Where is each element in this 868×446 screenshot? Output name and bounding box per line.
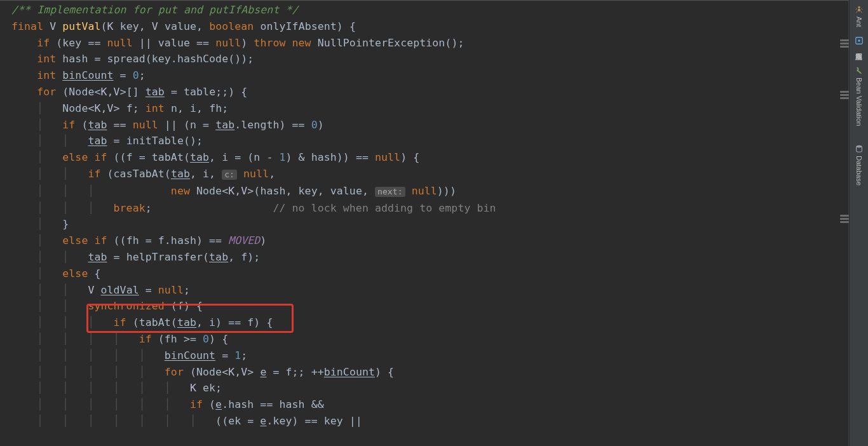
code-editor[interactable]: /** Implementation for put and putIfAbse… <box>0 0 849 446</box>
tool-window-ant[interactable]: Ant <box>853 5 865 27</box>
tool-window-database[interactable]: Database <box>853 144 865 186</box>
tool-window-bean-validation[interactable]: Bean Validation <box>853 66 865 126</box>
observer-icon <box>855 36 864 45</box>
right-tool-window-bar: Ant 应用观测器 Bean Validation Database <box>849 0 868 446</box>
tool-window-observer[interactable]: 应用观测器 <box>853 36 865 48</box>
svg-point-1 <box>857 9 860 11</box>
svg-point-0 <box>858 6 860 9</box>
code-content: /** Implementation for put and putIfAbse… <box>11 2 848 429</box>
svg-point-4 <box>856 145 862 148</box>
error-stripe[interactable] <box>840 0 849 446</box>
svg-point-3 <box>858 39 860 42</box>
database-icon <box>855 144 864 153</box>
ant-icon <box>855 5 864 14</box>
bean-icon <box>855 66 864 75</box>
